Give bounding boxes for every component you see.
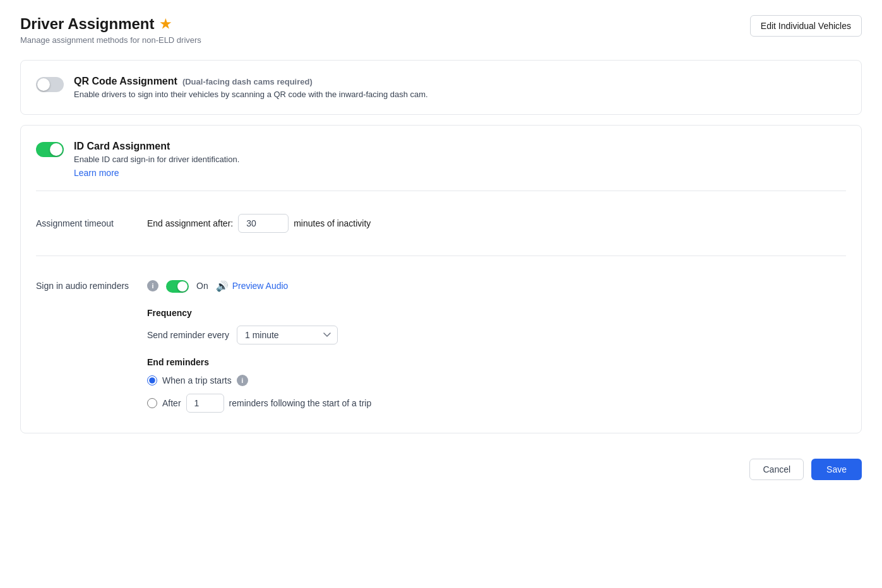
radio-trip-starts[interactable]: When a trip starts i — [147, 375, 846, 386]
qr-toggle[interactable] — [36, 77, 64, 92]
qr-card-header: QR Code Assignment (Dual-facing dash cam… — [36, 76, 846, 99]
radio-trip-text: When a trip starts — [162, 375, 232, 385]
cancel-button[interactable]: Cancel — [749, 459, 804, 480]
send-label: Send reminder every — [147, 330, 229, 340]
frequency-select[interactable]: 1 minute 2 minutes 5 minutes 10 minutes — [237, 326, 338, 344]
timeout-prefix: End assignment after: — [147, 218, 233, 228]
audio-reminders-row: Sign in audio reminders i On 🔊 Preview A… — [36, 269, 846, 303]
timeout-label: Assignment timeout — [36, 218, 137, 228]
qr-toggle-knob — [37, 78, 50, 91]
assignment-timeout-row: Assignment timeout End assignment after:… — [36, 204, 846, 243]
end-reminders-radio-group: When a trip starts i After reminders fol… — [147, 375, 846, 413]
qr-code-card: QR Code Assignment (Dual-facing dash cam… — [20, 60, 862, 115]
audio-info-icon: i — [147, 280, 158, 291]
frequency-section: Frequency Send reminder every 1 minute 2… — [147, 303, 846, 418]
qr-card-title: QR Code Assignment (Dual-facing dash cam… — [74, 76, 846, 87]
divider-1 — [36, 191, 846, 191]
edit-vehicles-button[interactable]: Edit Individual Vehicles — [750, 15, 862, 37]
id-card-toggle-knob — [50, 143, 63, 156]
trip-info-icon: i — [237, 375, 248, 386]
radio-trip-starts-input[interactable] — [147, 375, 157, 385]
id-card-description: Enable ID card sign-in for driver identi… — [74, 155, 846, 164]
radio-after-suffix: reminders following the start of a trip — [229, 398, 372, 408]
speaker-icon: 🔊 — [216, 280, 229, 292]
learn-more-link[interactable]: Learn more — [74, 168, 119, 178]
radio-after-text: After — [162, 398, 181, 408]
id-card-toggle-track[interactable] — [36, 142, 64, 157]
page-title: Driver Assignment ★ — [20, 15, 201, 33]
star-icon[interactable]: ★ — [160, 16, 171, 32]
title-area: Driver Assignment ★ Manage assignment me… — [20, 15, 201, 45]
timeout-input[interactable] — [238, 214, 289, 233]
id-card-toggle[interactable] — [36, 142, 64, 157]
page-title-text: Driver Assignment — [20, 15, 155, 33]
audio-label: Sign in audio reminders — [36, 281, 137, 291]
qr-title-text: QR Code Assignment — [74, 76, 177, 87]
save-button[interactable]: Save — [811, 459, 862, 480]
page-footer: Cancel Save — [20, 449, 862, 480]
qr-subtitle-badge: (Dual-facing dash cams required) — [182, 77, 313, 86]
preview-audio-button[interactable]: 🔊 Preview Audio — [216, 280, 289, 292]
send-row: Send reminder every 1 minute 2 minutes 5… — [147, 326, 846, 344]
qr-description: Enable drivers to sign into their vehicl… — [74, 90, 846, 99]
radio-trip-starts-label: When a trip starts i — [162, 375, 248, 386]
id-card-content: ID Card Assignment Enable ID card sign-i… — [74, 141, 846, 178]
radio-after-input[interactable] — [147, 398, 157, 408]
audio-toggle[interactable] — [166, 280, 189, 293]
id-card-title: ID Card Assignment — [74, 141, 846, 152]
page-subtitle: Manage assignment methods for non-ELD dr… — [20, 35, 201, 45]
after-count-input[interactable] — [186, 394, 224, 413]
timeout-suffix: minutes of inactivity — [294, 218, 371, 228]
id-card-card: ID Card Assignment Enable ID card sign-i… — [20, 125, 862, 433]
qr-toggle-track[interactable] — [36, 77, 64, 92]
audio-toggle-track[interactable] — [166, 280, 189, 293]
radio-after[interactable]: After reminders following the start of a… — [147, 394, 846, 413]
audio-label-text: Sign in audio reminders — [36, 281, 129, 291]
radio-after-label: After reminders following the start of a… — [162, 394, 371, 413]
end-reminders-label: End reminders — [147, 357, 846, 367]
preview-audio-label: Preview Audio — [232, 281, 289, 291]
audio-on-label: On — [196, 281, 208, 291]
page-header: Driver Assignment ★ Manage assignment me… — [20, 15, 862, 45]
id-card-header: ID Card Assignment Enable ID card sign-i… — [36, 141, 846, 178]
id-card-title-text: ID Card Assignment — [74, 141, 170, 152]
audio-controls: i On 🔊 Preview Audio — [147, 279, 846, 293]
timeout-value-row: End assignment after: minutes of inactiv… — [147, 214, 846, 233]
divider-2 — [36, 256, 846, 256]
qr-card-content: QR Code Assignment (Dual-facing dash cam… — [74, 76, 846, 99]
frequency-label: Frequency — [147, 308, 846, 318]
audio-toggle-knob — [177, 281, 188, 291]
